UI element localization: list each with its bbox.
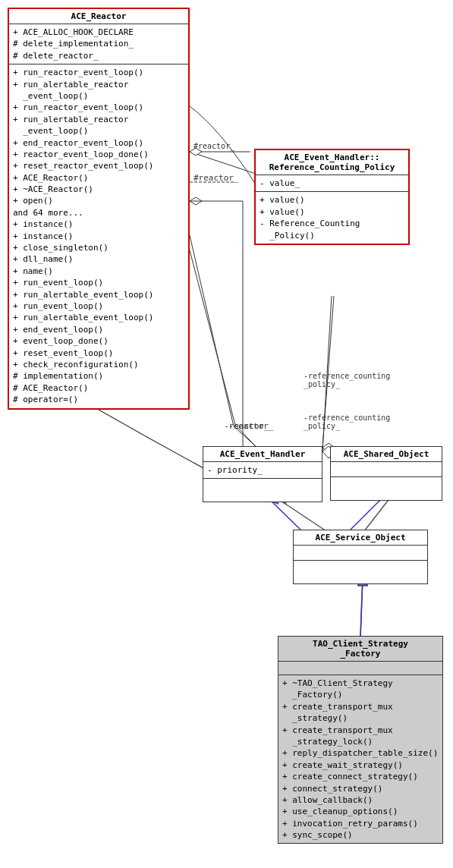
ace-event-handler-box: ACE_Event_Handler - priority_ <box>203 446 322 502</box>
ace-event-handler-section1: - priority_ <box>203 462 322 479</box>
ace-reactor-header: ACE_Reactor <box>9 9 188 24</box>
reactor-label: -reactor_ <box>228 421 274 431</box>
ace-event-handler-header: ACE_Event_Handler <box>203 447 322 462</box>
ace-shared-object-section1 <box>331 462 442 477</box>
svg-line-13 <box>190 250 235 425</box>
ref-policy-label: -reference_counting_policy_ <box>304 372 390 388</box>
ace-service-object-header: ACE_Service_Object <box>294 530 427 546</box>
ace-reactor-section1: + ACE_ALLOC_HOOK_DECLARE # delete_implem… <box>9 24 188 64</box>
ace-service-object-box: ACE_Service_Object <box>293 530 428 584</box>
svg-text:#reactor_: #reactor_ <box>193 142 235 151</box>
ace-ref-counting-section2: + value() + value() - Reference_Counting… <box>256 192 408 244</box>
svg-line-21 <box>360 577 363 637</box>
ace-shared-object-header: ACE_Shared_Object <box>331 447 442 462</box>
svg-line-4 <box>190 152 258 175</box>
tao-client-section1 <box>278 662 442 675</box>
ace-event-handler-ref-counting-header: ACE_Event_Handler::Reference_Counting_Po… <box>256 150 408 175</box>
ace-reactor-section2: + run_reactor_event_loop() + run_alertab… <box>9 64 188 407</box>
ace-shared-object-box: ACE_Shared_Object <box>330 446 442 501</box>
ref-counting-label: -reference_counting _policy_ <box>304 414 390 430</box>
svg-marker-3 <box>190 197 202 205</box>
svg-line-17 <box>271 501 302 531</box>
svg-line-23 <box>190 235 234 426</box>
svg-line-11 <box>360 577 363 637</box>
ace-service-object-section1 <box>294 546 427 561</box>
svg-line-7 <box>281 501 326 531</box>
svg-line-9 <box>364 501 388 531</box>
tao-client-strategy-factory-box: TAO_Client_Strategy_Factory + ~TAO_Clien… <box>278 636 443 844</box>
tao-client-strategy-factory-header: TAO_Client_Strategy_Factory <box>278 637 442 662</box>
tao-client-section2: + ~TAO_Client_Strategy _Factory() + crea… <box>278 675 442 843</box>
ace-shared-object-section2 <box>331 477 442 500</box>
diagram-container: #reactor_ -reactor_ -reference_counting … <box>0 0 453 868</box>
ace-service-object-section2 <box>294 561 427 583</box>
ace-reactor-box: ACE_Reactor + ACE_ALLOC_HOOK_DECLARE # d… <box>8 8 190 410</box>
svg-line-19 <box>349 501 379 531</box>
ace-event-handler-ref-counting-box: ACE_Event_Handler::Reference_Counting_Po… <box>254 149 410 245</box>
svg-marker-30 <box>190 148 202 156</box>
reactor-assoc-label: #reactor_ <box>193 173 239 183</box>
ace-ref-counting-section1: - value_ <box>256 175 408 192</box>
ace-event-handler-section2 <box>203 479 322 502</box>
